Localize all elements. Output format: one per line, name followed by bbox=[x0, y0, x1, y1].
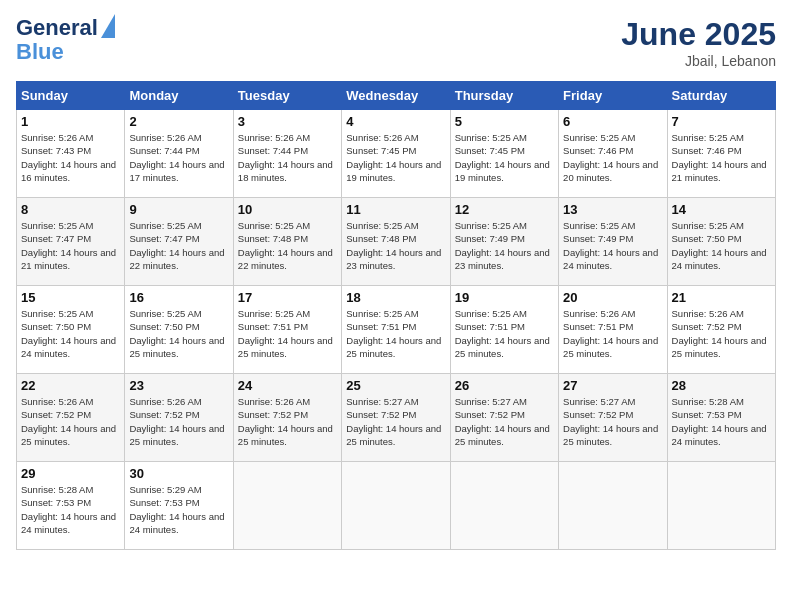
day-info: Sunrise: 5:27 AM Sunset: 7:52 PM Dayligh… bbox=[346, 395, 445, 448]
calendar-day-cell: 1 Sunrise: 5:26 AM Sunset: 7:43 PM Dayli… bbox=[17, 110, 125, 198]
page-header: General Blue June 2025 Jbail, Lebanon bbox=[16, 16, 776, 69]
logo-text: General bbox=[16, 16, 98, 40]
calendar-day-cell bbox=[559, 462, 667, 550]
day-number: 20 bbox=[563, 290, 662, 305]
calendar-week-row: 22 Sunrise: 5:26 AM Sunset: 7:52 PM Dayl… bbox=[17, 374, 776, 462]
calendar-week-row: 15 Sunrise: 5:25 AM Sunset: 7:50 PM Dayl… bbox=[17, 286, 776, 374]
calendar-day-cell: 5 Sunrise: 5:25 AM Sunset: 7:45 PM Dayli… bbox=[450, 110, 558, 198]
day-info: Sunrise: 5:26 AM Sunset: 7:52 PM Dayligh… bbox=[672, 307, 771, 360]
day-number: 16 bbox=[129, 290, 228, 305]
weekday-header-monday: Monday bbox=[125, 82, 233, 110]
weekday-header-tuesday: Tuesday bbox=[233, 82, 341, 110]
day-number: 30 bbox=[129, 466, 228, 481]
logo: General Blue bbox=[16, 16, 115, 64]
calendar-day-cell: 3 Sunrise: 5:26 AM Sunset: 7:44 PM Dayli… bbox=[233, 110, 341, 198]
day-info: Sunrise: 5:25 AM Sunset: 7:48 PM Dayligh… bbox=[238, 219, 337, 272]
calendar-day-cell bbox=[233, 462, 341, 550]
calendar-day-cell: 15 Sunrise: 5:25 AM Sunset: 7:50 PM Dayl… bbox=[17, 286, 125, 374]
location: Jbail, Lebanon bbox=[621, 53, 776, 69]
calendar-day-cell: 14 Sunrise: 5:25 AM Sunset: 7:50 PM Dayl… bbox=[667, 198, 775, 286]
day-info: Sunrise: 5:25 AM Sunset: 7:51 PM Dayligh… bbox=[346, 307, 445, 360]
day-info: Sunrise: 5:27 AM Sunset: 7:52 PM Dayligh… bbox=[455, 395, 554, 448]
day-number: 2 bbox=[129, 114, 228, 129]
calendar-day-cell: 20 Sunrise: 5:26 AM Sunset: 7:51 PM Dayl… bbox=[559, 286, 667, 374]
weekday-header-friday: Friday bbox=[559, 82, 667, 110]
day-number: 7 bbox=[672, 114, 771, 129]
calendar-day-cell: 28 Sunrise: 5:28 AM Sunset: 7:53 PM Dayl… bbox=[667, 374, 775, 462]
calendar-week-row: 8 Sunrise: 5:25 AM Sunset: 7:47 PM Dayli… bbox=[17, 198, 776, 286]
day-info: Sunrise: 5:25 AM Sunset: 7:48 PM Dayligh… bbox=[346, 219, 445, 272]
day-info: Sunrise: 5:25 AM Sunset: 7:51 PM Dayligh… bbox=[455, 307, 554, 360]
calendar-day-cell: 10 Sunrise: 5:25 AM Sunset: 7:48 PM Dayl… bbox=[233, 198, 341, 286]
day-info: Sunrise: 5:26 AM Sunset: 7:43 PM Dayligh… bbox=[21, 131, 120, 184]
day-number: 10 bbox=[238, 202, 337, 217]
calendar-day-cell: 12 Sunrise: 5:25 AM Sunset: 7:49 PM Dayl… bbox=[450, 198, 558, 286]
day-number: 18 bbox=[346, 290, 445, 305]
logo-text2: Blue bbox=[16, 40, 64, 64]
day-info: Sunrise: 5:26 AM Sunset: 7:44 PM Dayligh… bbox=[238, 131, 337, 184]
calendar-day-cell: 4 Sunrise: 5:26 AM Sunset: 7:45 PM Dayli… bbox=[342, 110, 450, 198]
day-info: Sunrise: 5:25 AM Sunset: 7:51 PM Dayligh… bbox=[238, 307, 337, 360]
day-info: Sunrise: 5:25 AM Sunset: 7:50 PM Dayligh… bbox=[21, 307, 120, 360]
day-number: 17 bbox=[238, 290, 337, 305]
day-number: 21 bbox=[672, 290, 771, 305]
day-info: Sunrise: 5:26 AM Sunset: 7:45 PM Dayligh… bbox=[346, 131, 445, 184]
weekday-header-wednesday: Wednesday bbox=[342, 82, 450, 110]
title-block: June 2025 Jbail, Lebanon bbox=[621, 16, 776, 69]
weekday-header-thursday: Thursday bbox=[450, 82, 558, 110]
day-number: 6 bbox=[563, 114, 662, 129]
day-info: Sunrise: 5:26 AM Sunset: 7:52 PM Dayligh… bbox=[129, 395, 228, 448]
day-info: Sunrise: 5:28 AM Sunset: 7:53 PM Dayligh… bbox=[672, 395, 771, 448]
day-info: Sunrise: 5:26 AM Sunset: 7:52 PM Dayligh… bbox=[238, 395, 337, 448]
day-info: Sunrise: 5:26 AM Sunset: 7:51 PM Dayligh… bbox=[563, 307, 662, 360]
day-number: 4 bbox=[346, 114, 445, 129]
calendar-day-cell: 18 Sunrise: 5:25 AM Sunset: 7:51 PM Dayl… bbox=[342, 286, 450, 374]
day-number: 29 bbox=[21, 466, 120, 481]
day-info: Sunrise: 5:25 AM Sunset: 7:45 PM Dayligh… bbox=[455, 131, 554, 184]
calendar-day-cell: 29 Sunrise: 5:28 AM Sunset: 7:53 PM Dayl… bbox=[17, 462, 125, 550]
calendar-day-cell: 26 Sunrise: 5:27 AM Sunset: 7:52 PM Dayl… bbox=[450, 374, 558, 462]
calendar-week-row: 29 Sunrise: 5:28 AM Sunset: 7:53 PM Dayl… bbox=[17, 462, 776, 550]
day-number: 9 bbox=[129, 202, 228, 217]
day-number: 15 bbox=[21, 290, 120, 305]
calendar-day-cell: 16 Sunrise: 5:25 AM Sunset: 7:50 PM Dayl… bbox=[125, 286, 233, 374]
calendar-day-cell: 21 Sunrise: 5:26 AM Sunset: 7:52 PM Dayl… bbox=[667, 286, 775, 374]
calendar-day-cell: 23 Sunrise: 5:26 AM Sunset: 7:52 PM Dayl… bbox=[125, 374, 233, 462]
calendar-day-cell: 17 Sunrise: 5:25 AM Sunset: 7:51 PM Dayl… bbox=[233, 286, 341, 374]
day-number: 27 bbox=[563, 378, 662, 393]
day-info: Sunrise: 5:25 AM Sunset: 7:46 PM Dayligh… bbox=[672, 131, 771, 184]
calendar-day-cell: 27 Sunrise: 5:27 AM Sunset: 7:52 PM Dayl… bbox=[559, 374, 667, 462]
day-number: 14 bbox=[672, 202, 771, 217]
calendar-day-cell: 6 Sunrise: 5:25 AM Sunset: 7:46 PM Dayli… bbox=[559, 110, 667, 198]
day-info: Sunrise: 5:25 AM Sunset: 7:46 PM Dayligh… bbox=[563, 131, 662, 184]
day-number: 24 bbox=[238, 378, 337, 393]
calendar-week-row: 1 Sunrise: 5:26 AM Sunset: 7:43 PM Dayli… bbox=[17, 110, 776, 198]
calendar-day-cell: 13 Sunrise: 5:25 AM Sunset: 7:49 PM Dayl… bbox=[559, 198, 667, 286]
month-title: June 2025 bbox=[621, 16, 776, 53]
logo-triangle-icon bbox=[101, 14, 115, 38]
day-info: Sunrise: 5:25 AM Sunset: 7:49 PM Dayligh… bbox=[455, 219, 554, 272]
calendar-day-cell: 30 Sunrise: 5:29 AM Sunset: 7:53 PM Dayl… bbox=[125, 462, 233, 550]
day-number: 5 bbox=[455, 114, 554, 129]
day-number: 25 bbox=[346, 378, 445, 393]
calendar-day-cell: 2 Sunrise: 5:26 AM Sunset: 7:44 PM Dayli… bbox=[125, 110, 233, 198]
calendar-day-cell: 7 Sunrise: 5:25 AM Sunset: 7:46 PM Dayli… bbox=[667, 110, 775, 198]
calendar-day-cell bbox=[450, 462, 558, 550]
day-info: Sunrise: 5:25 AM Sunset: 7:47 PM Dayligh… bbox=[21, 219, 120, 272]
calendar-day-cell: 24 Sunrise: 5:26 AM Sunset: 7:52 PM Dayl… bbox=[233, 374, 341, 462]
day-info: Sunrise: 5:25 AM Sunset: 7:47 PM Dayligh… bbox=[129, 219, 228, 272]
day-number: 11 bbox=[346, 202, 445, 217]
day-info: Sunrise: 5:26 AM Sunset: 7:44 PM Dayligh… bbox=[129, 131, 228, 184]
day-info: Sunrise: 5:29 AM Sunset: 7:53 PM Dayligh… bbox=[129, 483, 228, 536]
day-info: Sunrise: 5:25 AM Sunset: 7:50 PM Dayligh… bbox=[129, 307, 228, 360]
day-number: 3 bbox=[238, 114, 337, 129]
day-number: 12 bbox=[455, 202, 554, 217]
weekday-header-sunday: Sunday bbox=[17, 82, 125, 110]
weekday-header-saturday: Saturday bbox=[667, 82, 775, 110]
day-number: 1 bbox=[21, 114, 120, 129]
calendar-day-cell: 19 Sunrise: 5:25 AM Sunset: 7:51 PM Dayl… bbox=[450, 286, 558, 374]
calendar-day-cell bbox=[342, 462, 450, 550]
calendar-day-cell: 11 Sunrise: 5:25 AM Sunset: 7:48 PM Dayl… bbox=[342, 198, 450, 286]
day-number: 22 bbox=[21, 378, 120, 393]
day-number: 13 bbox=[563, 202, 662, 217]
